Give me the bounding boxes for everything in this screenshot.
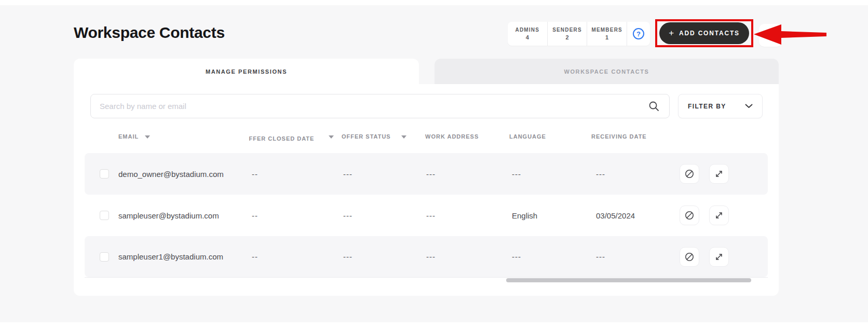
tab-workspace-contacts[interactable]: WORKSPACE CONTACTS (435, 59, 779, 85)
horizontal-scrollbar-thumb[interactable] (506, 278, 751, 282)
column-header-offer-closed-date[interactable]: OFFER CLOSED DATE (249, 133, 324, 143)
stat-admins-label: ADMINS (516, 27, 540, 33)
cell-email: demo_owner@bystadium.com (118, 153, 224, 195)
block-contact-button[interactable] (680, 206, 699, 225)
column-header-receiving-date: RECEIVING DATE (591, 133, 647, 140)
tab-manage-permissions-label: MANAGE PERMISSIONS (206, 69, 287, 75)
cell-language: --- (512, 236, 521, 277)
expand-icon (714, 210, 724, 221)
block-icon (684, 168, 695, 180)
column-header-work-address: WORK ADDRESS (425, 133, 479, 140)
workspace-contacts-page: Workspace Contacts ADMINS 4 SENDERS 2 ME… (0, 0, 868, 328)
table-bottom-divider (85, 277, 768, 278)
cell-work-address: --- (426, 236, 436, 277)
column-header-email[interactable]: EMAIL (118, 133, 139, 140)
sort-icon-email[interactable] (145, 135, 150, 139)
plus-icon: + (669, 29, 674, 37)
page-title: Workspace Contacts (74, 24, 225, 42)
sort-icon-offer-closed-date[interactable] (329, 135, 334, 139)
cell-receiving-date: 03/05/2024 (596, 195, 635, 236)
cell-offer-status: --- (343, 236, 352, 277)
cell-offer-closed-date: -- (252, 236, 258, 277)
cell-email: sampleuser1@bystadium.com (118, 236, 223, 277)
annotation-arrow-icon (747, 21, 831, 50)
expand-contact-button[interactable] (709, 164, 729, 184)
block-contact-button[interactable] (680, 164, 699, 184)
stat-senders-label: SENDERS (552, 27, 582, 33)
search-input[interactable] (91, 94, 669, 118)
search-icon[interactable] (648, 101, 660, 112)
stat-senders-value: 2 (565, 34, 568, 40)
block-contact-button[interactable] (680, 247, 699, 267)
cell-offer-status: --- (343, 195, 352, 236)
expand-icon (714, 169, 724, 179)
stat-admins: ADMINS 4 (508, 22, 548, 46)
search-box (90, 94, 670, 118)
block-icon (684, 210, 695, 221)
sort-icon-offer-status[interactable] (401, 135, 406, 139)
add-contacts-label: ADD CONTACTS (679, 30, 740, 37)
cell-language: --- (512, 153, 521, 195)
cell-receiving-date: --- (596, 153, 605, 195)
cell-language: English (512, 195, 537, 236)
expand-icon (714, 252, 724, 262)
stat-senders: SENDERS 2 (548, 22, 588, 46)
top-white-strip (0, 0, 868, 5)
cell-work-address: --- (426, 195, 436, 236)
filter-by-label: FILTER BY (688, 103, 726, 110)
add-contacts-button[interactable]: + ADD CONTACTS (659, 22, 749, 44)
cell-offer-closed-date: -- (252, 153, 258, 195)
annotation-highlight-rect: + ADD CONTACTS (655, 19, 753, 47)
tab-workspace-contacts-label: WORKSPACE CONTACTS (564, 69, 649, 75)
stat-members-value: 1 (605, 34, 608, 40)
cell-email: sampleuser@bystadium.com (118, 195, 219, 236)
row-checkbox[interactable] (100, 169, 109, 179)
help-cell: ? (627, 22, 650, 46)
row-checkbox[interactable] (100, 252, 109, 262)
chevron-down-icon (745, 104, 753, 108)
cell-offer-status: --- (343, 153, 352, 195)
table-row: sampleuser1@bystadium.com -- --- --- ---… (85, 236, 768, 277)
tab-manage-permissions[interactable]: MANAGE PERMISSIONS (74, 59, 419, 85)
cell-work-address: --- (426, 153, 436, 195)
expand-contact-button[interactable] (709, 247, 729, 267)
column-header-language: LANGUAGE (509, 133, 546, 140)
block-icon (684, 251, 695, 263)
table-row: sampleuser@bystadium.com -- --- --- Engl… (85, 195, 768, 236)
stat-admins-value: 4 (526, 34, 529, 40)
column-header-offer-status[interactable]: OFFER STATUS (342, 133, 391, 140)
stat-members-label: MEMBERS (591, 27, 622, 33)
filter-by-button[interactable]: FILTER BY (678, 94, 763, 118)
help-icon[interactable]: ? (633, 28, 644, 39)
expand-contact-button[interactable] (709, 206, 729, 225)
row-checkbox[interactable] (100, 211, 109, 220)
cell-receiving-date: --- (596, 236, 605, 277)
stat-members: MEMBERS 1 (587, 22, 627, 46)
role-stats-card: ADMINS 4 SENDERS 2 MEMBERS 1 ? (508, 22, 650, 46)
bottom-white-strip (0, 322, 868, 328)
cell-offer-closed-date: -- (252, 195, 258, 236)
table-row: demo_owner@bystadium.com -- --- --- --- … (85, 153, 768, 195)
